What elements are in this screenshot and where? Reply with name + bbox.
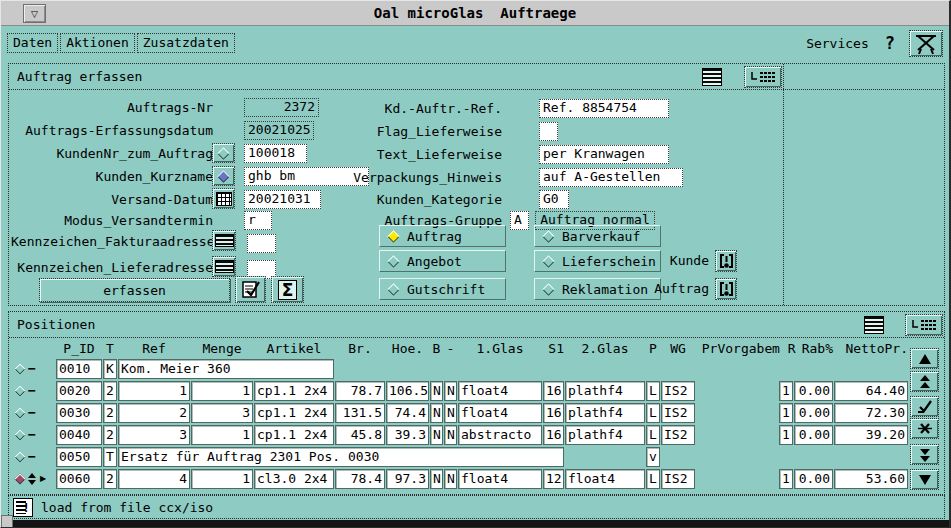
positionen-document-icon[interactable]	[864, 316, 884, 334]
cell-p[interactable]: L	[646, 381, 660, 401]
collapse-icon[interactable]: −	[28, 452, 36, 462]
cell-p[interactable]: L	[646, 469, 660, 489]
field-versand-datum[interactable]: 20021031	[244, 190, 321, 209]
positionen-grid-button[interactable]	[905, 314, 943, 336]
menu-aktionen[interactable]: Aktionen	[60, 33, 135, 53]
cell-typ[interactable]: K	[103, 359, 117, 379]
spinner-up-icon[interactable]	[28, 473, 36, 478]
form-document-icon[interactable]	[702, 68, 722, 86]
row-selector[interactable]: −	[13, 447, 55, 467]
cell-b[interactable]: N	[430, 469, 443, 489]
radio-angebot[interactable]: Angebot	[379, 250, 506, 272]
cell-artikel[interactable]: cp1.1 2x4	[254, 403, 334, 423]
cell-typ[interactable]: 2	[103, 381, 117, 401]
row-selector[interactable]: −	[13, 359, 55, 379]
kundennr-radio-button[interactable]	[212, 143, 235, 163]
cell-glas1[interactable]: float4	[458, 403, 542, 423]
cell-ref[interactable]: 4	[118, 469, 190, 489]
cell-rabatt[interactable]: 0.00	[794, 469, 833, 489]
cell-wg[interactable]: IS2	[661, 469, 695, 489]
radio-barverkauf[interactable]: Barverkauf	[534, 225, 661, 247]
spinner-down-icon[interactable]	[28, 480, 36, 485]
cell-nettopreis[interactable]: 64.40	[834, 381, 908, 401]
radio-gutschrift[interactable]: Gutschrift	[379, 278, 506, 300]
cell-ref[interactable]: 3	[118, 425, 190, 445]
calendar-button[interactable]	[212, 188, 235, 209]
cell-glas2[interactable]: plathf4	[565, 425, 645, 445]
help-button[interactable]: ?	[885, 33, 895, 53]
cell-mr[interactable]: 1	[779, 381, 793, 401]
cell-pid[interactable]: 0010	[56, 359, 102, 379]
cell-nettopreis[interactable]: 53.60	[834, 469, 908, 489]
cell-ref[interactable]: 1	[118, 381, 190, 401]
field-kategorie[interactable]: G0	[539, 190, 569, 209]
cell-s1[interactable]: 16	[543, 381, 564, 401]
resize-grip[interactable]	[1, 515, 13, 528]
cell-breite[interactable]: 45.8	[335, 425, 385, 445]
cell-strich[interactable]: N	[444, 381, 457, 401]
cell-b[interactable]: N	[430, 403, 443, 423]
cell-p[interactable]: L	[646, 425, 660, 445]
cell-pid[interactable]: 0060	[56, 469, 102, 489]
cell-artikel[interactable]: cp1.1 2x4	[254, 381, 334, 401]
cell-s1[interactable]: 16	[543, 403, 564, 423]
field-modus-versandtermin[interactable]: r	[244, 211, 272, 230]
radio-auftrag[interactable]: Auftrag	[379, 225, 506, 247]
faktura-list-button[interactable]	[212, 230, 236, 251]
cell-menge[interactable]: 3	[191, 403, 253, 423]
field-kennz-faktura[interactable]	[247, 234, 276, 253]
scroll-up-button[interactable]	[910, 348, 939, 369]
erfassen-sum-button[interactable]: Σ	[271, 276, 304, 303]
collapse-icon[interactable]: −	[28, 430, 36, 440]
cell-strich[interactable]: N	[444, 403, 457, 423]
cell-hoehe[interactable]: 39.3	[386, 425, 429, 445]
collapse-icon[interactable]: −	[28, 386, 36, 396]
kunde-info-button[interactable]	[715, 250, 737, 272]
cell-glas1[interactable]: float4	[458, 381, 542, 401]
cell-s1[interactable]: 16	[543, 425, 564, 445]
cell-typ[interactable]: 2	[103, 469, 117, 489]
collapse-icon[interactable]: −	[28, 364, 36, 374]
collapse-icon[interactable]: −	[28, 408, 36, 418]
cell-rabatt[interactable]: 0.00	[794, 403, 833, 423]
row-spinner-icon[interactable]	[28, 473, 36, 485]
cell-ref[interactable]: 2	[118, 403, 190, 423]
cell-wg[interactable]: IS2	[661, 381, 695, 401]
cell-pid[interactable]: 0030	[56, 403, 102, 423]
cell-p[interactable]: L	[646, 403, 660, 423]
cell-s1[interactable]: 12	[543, 469, 564, 489]
cell-text[interactable]: Kom. Meier 360	[118, 359, 334, 379]
cell-artikel[interactable]: cp1.1 2x4	[254, 425, 334, 445]
cell-mr[interactable]: 1	[779, 469, 793, 489]
menu-services[interactable]: Services	[806, 36, 869, 51]
cell-mr[interactable]: 1	[779, 403, 793, 423]
row-selector[interactable]: −	[13, 425, 55, 445]
cell-wg[interactable]: IS2	[661, 403, 695, 423]
field-kundennr[interactable]: 100018	[244, 144, 307, 163]
cell-typ[interactable]: 2	[103, 425, 117, 445]
cell-mr[interactable]: 1	[779, 425, 793, 445]
row-selector[interactable]: −	[13, 381, 55, 401]
cell-nettopreis[interactable]: 39.20	[834, 425, 908, 445]
cell-glas2[interactable]: float4	[565, 469, 645, 489]
cell-pid[interactable]: 0050	[56, 447, 102, 467]
cell-typ[interactable]: 2	[103, 403, 117, 423]
cell-b[interactable]: N	[430, 425, 443, 445]
erfassen-button[interactable]: erfassen	[39, 278, 230, 302]
page-down-button[interactable]	[910, 444, 939, 465]
cell-wg[interactable]: IS2	[661, 425, 695, 445]
cell-nettopreis[interactable]: 72.30	[834, 403, 908, 423]
menu-daten[interactable]: Daten	[7, 33, 58, 53]
cell-b[interactable]: N	[430, 381, 443, 401]
cell-hoehe[interactable]: 74.4	[386, 403, 429, 423]
cell-artikel[interactable]: cl3.0 2x4	[254, 469, 334, 489]
field-kd-ref[interactable]: Ref. 8854754	[539, 99, 669, 118]
cell-text[interactable]: Ersatz für Auftrag 2301 Pos. 0030	[118, 447, 564, 467]
window-titlebar[interactable]: ▽ Oal microGlas Auftraege	[1, 1, 949, 26]
cell-rabatt[interactable]: 0.00	[794, 381, 833, 401]
scroll-down-button[interactable]	[910, 469, 939, 490]
cell-typ[interactable]: T	[103, 447, 117, 467]
erfassen-check-button[interactable]	[235, 276, 266, 303]
cell-breite[interactable]: 131.5	[335, 403, 385, 423]
cell-strich[interactable]: N	[444, 469, 457, 489]
